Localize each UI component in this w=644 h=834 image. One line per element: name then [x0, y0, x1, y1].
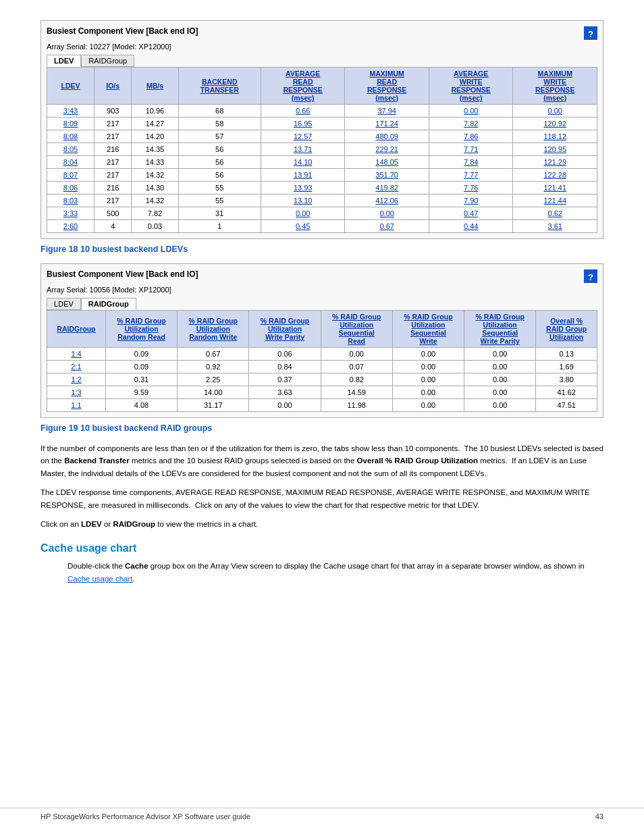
raidgroup-link[interactable]: 1:1 [71, 401, 81, 409]
metric-link[interactable]: 12.57 [294, 132, 313, 140]
ldev-link[interactable]: 8:04 [63, 158, 78, 166]
ldev-link-cell[interactable]: 8:09 [47, 118, 95, 130]
metric-link[interactable]: 0.44 [464, 222, 478, 230]
figure18-col-avg-write[interactable]: AVERAGEWRITERESPONSE(msec) [429, 68, 513, 105]
ldev-link[interactable]: 8:03 [63, 197, 78, 205]
figure18-tab-ldev[interactable]: LDEV [47, 55, 81, 67]
raidgroup-link-cell[interactable]: 1:2 [47, 373, 106, 386]
figure19-col-swp[interactable]: % RAID GroupUtilizationSequentialWrite P… [464, 311, 536, 348]
metric-link[interactable]: 0.00 [379, 209, 394, 217]
metric-link[interactable]: 13.71 [294, 145, 313, 153]
figure19-col-raidgroup[interactable]: RAIDGroup [47, 311, 106, 348]
metric-link[interactable]: 0.62 [548, 209, 562, 217]
metric-link[interactable]: 121.44 [543, 197, 566, 205]
metric-link[interactable]: 7.86 [464, 132, 478, 140]
metric-link[interactable]: 14.10 [294, 158, 313, 166]
figure18-help-button[interactable]: ? [584, 26, 597, 40]
figure18-col-max-read[interactable]: MAXIMUMREADRESPONSE(msec) [345, 68, 429, 105]
metric-link[interactable]: 0.66 [296, 107, 310, 115]
figure19-col-overall[interactable]: Overall %RAID GroupUtilization [536, 311, 597, 348]
metric-link[interactable]: 0.00 [464, 107, 478, 115]
metric-link[interactable]: 480.09 [375, 132, 398, 140]
ldev-link-cell[interactable]: 8:04 [47, 156, 95, 169]
metric-link[interactable]: 13.91 [294, 171, 313, 179]
metric-link[interactable]: 229.21 [375, 145, 398, 153]
metric-link[interactable]: 120.92 [543, 120, 566, 128]
metric-link[interactable]: 0.47 [464, 209, 478, 217]
figure19-col-sw[interactable]: % RAID GroupUtilizationSequentialWrite [392, 311, 464, 348]
ldev-link-cell[interactable]: 3:33 [47, 207, 95, 220]
metric-link[interactable]: 16.95 [294, 120, 313, 128]
ldev-link-cell[interactable]: 8:05 [47, 143, 95, 156]
metric-link[interactable]: 7.76 [464, 184, 478, 192]
metric-link[interactable]: 37.94 [377, 107, 396, 115]
figure18-col-avg-read[interactable]: AVERAGEREADRESPONSE(msec) [261, 68, 345, 105]
ldev-link-cell[interactable]: 2:60 [47, 220, 95, 233]
figure19-col-rr[interactable]: % RAID GroupUtilizationRandom Read [105, 311, 177, 348]
figure18-col-max-write[interactable]: MAXIMUMWRITERESPONSE(msec) [513, 68, 597, 105]
data-cell: 412.06 [345, 194, 429, 207]
figure18-col-ios[interactable]: IO/s [95, 68, 132, 105]
data-cell: 0.09 [105, 348, 177, 361]
ldev-link[interactable]: 8:05 [63, 145, 78, 153]
metric-link[interactable]: 120.95 [543, 145, 566, 153]
figure19-tab-raidgroup[interactable]: RAIDGroup [81, 298, 136, 310]
raidgroup-link-cell[interactable]: 2:1 [47, 361, 106, 373]
ldev-link[interactable]: 8:09 [63, 120, 78, 128]
metric-link[interactable]: 412.06 [375, 197, 398, 205]
data-cell: 0.67 [178, 348, 249, 361]
raidgroup-link[interactable]: 1:3 [71, 388, 81, 396]
metric-link[interactable]: 7.84 [464, 158, 478, 166]
metric-link[interactable]: 7.77 [464, 171, 478, 179]
ldev-link-cell[interactable]: 8:08 [47, 130, 95, 143]
ldev-link[interactable]: 8:07 [63, 171, 78, 179]
metric-link[interactable]: 419.82 [375, 184, 398, 192]
figure19-col-wp[interactable]: % RAID GroupUtilizationWrite Parity [249, 311, 321, 348]
metric-link[interactable]: 13.93 [294, 184, 313, 192]
figure18-col-ldev[interactable]: LDEV [47, 68, 95, 105]
ldev-link-cell[interactable]: 8:07 [47, 169, 95, 182]
metric-link[interactable]: 13.10 [294, 197, 313, 205]
ldev-link[interactable]: 2:60 [63, 222, 78, 230]
raidgroup-link[interactable]: 1:4 [71, 350, 81, 358]
metric-link[interactable]: 148.05 [375, 158, 398, 166]
raidgroup-link-cell[interactable]: 1:4 [47, 348, 106, 361]
metric-link[interactable]: 118.12 [543, 132, 566, 140]
metric-link[interactable]: 7.90 [464, 197, 478, 205]
ldev-link-cell[interactable]: 3:43 [47, 105, 95, 118]
raidgroup-link-cell[interactable]: 1:1 [47, 399, 106, 412]
ldev-link[interactable]: 8:06 [63, 184, 78, 192]
metric-link[interactable]: 7.82 [464, 120, 478, 128]
metric-link[interactable]: 122.28 [543, 171, 566, 179]
ldev-link[interactable]: 3:43 [63, 107, 78, 115]
ldev-link[interactable]: 8:08 [63, 132, 78, 140]
data-cell: 13.71 [261, 143, 345, 156]
ldev-link-cell[interactable]: 8:06 [47, 182, 95, 194]
ldev-link[interactable]: 3:33 [63, 209, 78, 217]
metric-link[interactable]: 0.00 [296, 209, 310, 217]
metric-link[interactable]: 121.41 [543, 184, 566, 192]
metric-link[interactable]: 7.71 [464, 145, 478, 153]
metric-link[interactable]: 0.45 [296, 222, 310, 230]
figure18-col-mbs[interactable]: MB/s [132, 68, 178, 105]
metric-link[interactable]: 3.61 [548, 222, 562, 230]
figure18-header: Busiest Component View [Back end IO] ? [47, 26, 597, 40]
metric-link[interactable]: 171.24 [375, 120, 398, 128]
ldev-link-cell[interactable]: 8:03 [47, 194, 95, 207]
cache-chart-link[interactable]: Cache usage chart [68, 575, 133, 583]
data-cell: 37.94 [345, 105, 429, 118]
raidgroup-link-cell[interactable]: 1:3 [47, 386, 106, 399]
raidgroup-link[interactable]: 2:1 [71, 363, 81, 371]
metric-link[interactable]: 351.70 [375, 171, 398, 179]
figure18-table-body: 3:4390310.96680.6637.940.000.008:0921714… [47, 105, 597, 233]
figure19-tab-ldev[interactable]: LDEV [47, 298, 81, 310]
figure18-tab-raidgroup[interactable]: RAIDGroup [81, 55, 134, 67]
figure18-col-backend[interactable]: BACKENDTRANSFER [178, 68, 261, 105]
figure19-help-button[interactable]: ? [584, 269, 597, 283]
figure19-col-sr[interactable]: % RAID GroupUtilizationSequentialRead [321, 311, 392, 348]
raidgroup-link[interactable]: 1:2 [71, 375, 81, 384]
metric-link[interactable]: 0.67 [379, 222, 394, 230]
metric-link[interactable]: 121.29 [543, 158, 566, 166]
figure19-col-rw[interactable]: % RAID GroupUtilizationRandom Write [178, 311, 249, 348]
metric-link[interactable]: 0.00 [548, 107, 562, 115]
